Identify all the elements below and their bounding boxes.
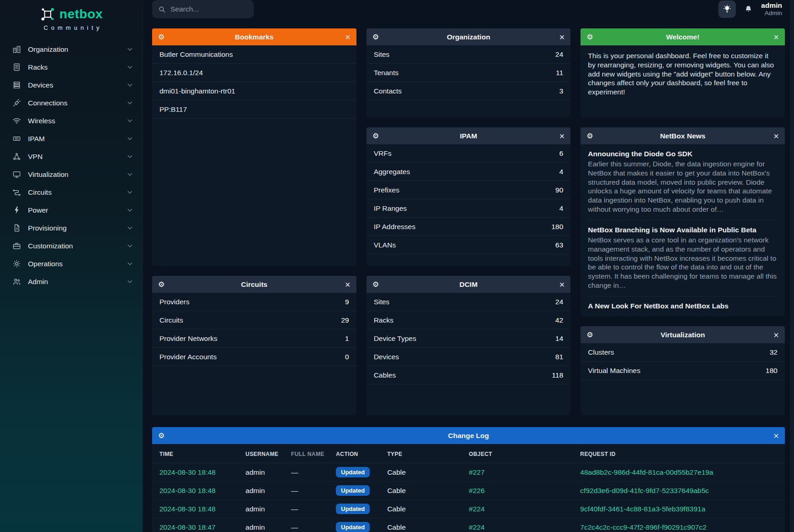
bookmark-item[interactable]: PP:B117 (152, 100, 356, 119)
widget-close-icon[interactable]: × (773, 431, 779, 440)
object-link[interactable]: #227 (469, 468, 484, 476)
virtualization-widget: ⚙ Virtualization × Clusters32 Virtual Ma… (580, 326, 785, 415)
bookmark-item[interactable]: dmi01-binghamton-rtr01 (152, 82, 356, 100)
ipam-widget: ⚙ IPAM × VRFs6 Aggregates4 Prefixes90 IP… (367, 127, 571, 266)
action-badge: Updated (336, 485, 370, 496)
chevron-down-icon (128, 82, 132, 87)
change-time-link[interactable]: 2024-08-30 18:47 (159, 523, 215, 531)
sidebar-item-customization[interactable]: Customization (0, 237, 142, 255)
change-full-name: — (284, 482, 329, 500)
column-header-action[interactable]: ACTION (329, 444, 380, 463)
search-box[interactable] (152, 0, 254, 18)
widget-settings-icon[interactable]: ⚙ (372, 33, 379, 41)
sidebar: netbox Community Organization Racks Devi… (0, 0, 143, 532)
news-article-title[interactable]: Announcing the Diode Go SDK (588, 150, 778, 158)
change-time-link[interactable]: 2024-08-30 18:48 (159, 468, 215, 476)
stat-row: Prefixes90 (367, 181, 571, 199)
stat-row: Clusters32 (580, 343, 785, 362)
widget-close-icon[interactable]: × (559, 33, 565, 42)
bookmark-item[interactable]: 172.16.0.1/24 (152, 64, 356, 82)
request-id-link[interactable]: 48ad8b2c-986d-44fd-81ca-00d55b27e19a (580, 468, 713, 476)
dashboard: ⚙ Bookmarks × Butler Communications 172.… (143, 18, 794, 532)
bookmark-item[interactable]: Butler Communications (152, 45, 356, 64)
topbar: admin Admin (143, 0, 794, 18)
organization-widget: ⚙ Organization × Sites24 Tenants11 Conta… (367, 28, 571, 117)
column-header-username[interactable]: USERNAME (238, 444, 284, 463)
sidebar-item-connections[interactable]: Connections (0, 94, 142, 112)
stat-row: VRFs6 (367, 144, 571, 163)
widget-close-icon[interactable]: × (559, 280, 565, 289)
widget-close-icon[interactable]: × (773, 330, 779, 340)
column-header-request-id[interactable]: REQUEST ID (573, 444, 785, 463)
widget-title: Bookmarks (235, 33, 274, 41)
stat-row: Virtual Machines180 (580, 362, 785, 380)
request-id-link[interactable]: 7c2c4c2c-ccc9-47f2-896f-f90291c907c2 (580, 523, 706, 531)
widget-settings-icon[interactable]: ⚙ (586, 331, 593, 339)
object-link[interactable]: #224 (469, 505, 484, 513)
notifications-button[interactable] (744, 5, 753, 14)
widget-settings-icon[interactable]: ⚙ (158, 33, 164, 41)
chevron-down-icon (128, 64, 132, 69)
sidebar-item-vpn[interactable]: VPN (0, 148, 142, 165)
widget-close-icon[interactable]: × (559, 132, 565, 141)
request-id-link[interactable]: 9cf40fdf-3461-4c88-81a3-5feb39f8391a (580, 505, 705, 513)
wireless-icon (12, 116, 21, 126)
table-row: 2024-08-30 18:48 admin — Updated Cable #… (152, 500, 785, 518)
brand-subtitle: Community (44, 24, 103, 31)
search-input[interactable] (170, 5, 248, 13)
widget-settings-icon[interactable]: ⚙ (158, 281, 164, 288)
object-link[interactable]: #224 (469, 523, 484, 531)
power-icon (12, 206, 21, 215)
widget-settings-icon[interactable]: ⚙ (372, 132, 379, 140)
sidebar-item-wireless[interactable]: Wireless (0, 112, 142, 130)
sidebar-item-provisioning[interactable]: Provisioning (0, 219, 142, 237)
chevron-down-icon (128, 154, 132, 158)
news-article-title[interactable]: NetBox Branching is Now Available in Pub… (588, 226, 778, 234)
theme-toggle-button[interactable] (718, 0, 736, 18)
column-header-full-name[interactable]: FULL NAME (284, 444, 329, 463)
widget-close-icon[interactable]: × (773, 132, 779, 141)
widget-settings-icon[interactable]: ⚙ (586, 132, 593, 140)
news-article: Announcing the Diode Go SDK Earlier this… (588, 144, 778, 220)
news-article-title[interactable]: A New Look For NetBox and NetBox Labs (588, 302, 778, 310)
widget-close-icon[interactable]: × (773, 33, 779, 42)
sidebar-item-organization[interactable]: Organization (0, 40, 142, 58)
sidebar-item-circuits[interactable]: Circuits (0, 183, 142, 201)
stat-row: Racks42 (367, 311, 571, 329)
vpn-icon (12, 152, 21, 161)
column-header-object[interactable]: OBJECT (461, 444, 573, 463)
column-header-type[interactable]: TYPE (380, 444, 461, 463)
widget-settings-icon[interactable]: ⚙ (158, 432, 164, 439)
change-full-name: — (284, 518, 329, 532)
widget-close-icon[interactable]: × (345, 280, 350, 289)
change-log-table: TIME USERNAME FULL NAME ACTION TYPE OBJE… (152, 444, 785, 532)
sidebar-item-ipam[interactable]: IPAM (0, 130, 142, 148)
change-full-name: — (284, 500, 329, 518)
user-menu[interactable]: admin Admin (761, 1, 782, 17)
widget-settings-icon[interactable]: ⚙ (586, 33, 593, 41)
circuits-icon (12, 188, 21, 197)
sidebar-item-operations[interactable]: Operations (0, 255, 142, 273)
lightbulb-icon (723, 5, 732, 14)
chevron-down-icon (128, 279, 132, 283)
object-link[interactable]: #226 (469, 487, 484, 494)
sidebar-item-virtualization[interactable]: Virtualization (0, 165, 142, 183)
search-icon (158, 5, 166, 13)
sidebar-item-power[interactable]: Power (0, 201, 142, 219)
request-id-link[interactable]: cf92d3e6-d09d-41fc-9fd7-52337649ab5c (580, 487, 709, 494)
change-time-link[interactable]: 2024-08-30 18:48 (159, 505, 215, 513)
table-row: 2024-08-30 18:48 admin — Updated Cable #… (152, 482, 785, 500)
brand[interactable]: netbox Community (0, 0, 142, 31)
column-header-time[interactable]: TIME (152, 444, 238, 463)
devices-icon (12, 81, 21, 90)
stat-row: Sites24 (367, 293, 571, 311)
widget-settings-icon[interactable]: ⚙ (372, 281, 379, 288)
widget-title: IPAM (460, 132, 477, 140)
widget-close-icon[interactable]: × (345, 33, 350, 42)
sidebar-item-devices[interactable]: Devices (0, 76, 142, 94)
scrollbar[interactable] (790, 0, 794, 532)
change-time-link[interactable]: 2024-08-30 18:48 (159, 487, 215, 494)
sidebar-item-racks[interactable]: Racks (0, 58, 142, 76)
bell-icon (744, 5, 753, 14)
sidebar-item-admin[interactable]: Admin (0, 273, 142, 291)
